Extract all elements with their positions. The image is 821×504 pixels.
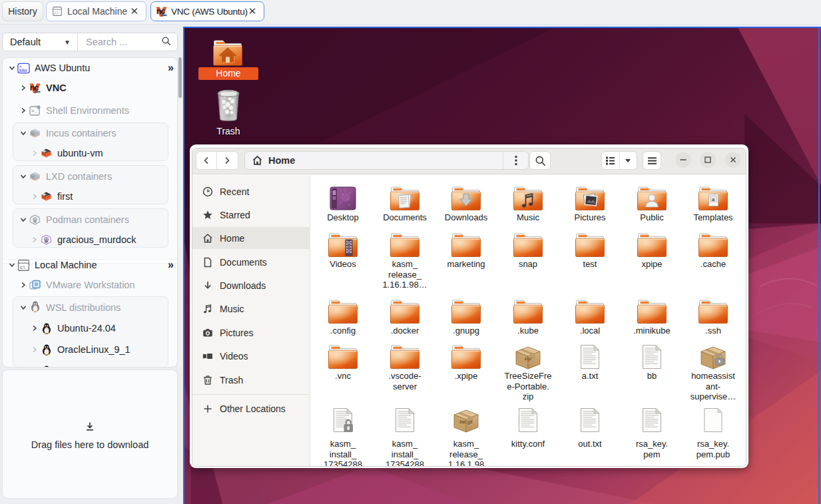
svg-text:nc: nc: [30, 83, 39, 93]
svg-text:nc: nc: [156, 7, 166, 16]
svg-text:SSH: SSH: [19, 68, 27, 72]
svg-text:a: a: [712, 196, 715, 202]
svg-text:c:\: c:\: [55, 11, 59, 15]
svg-text:c:\: c:\: [20, 264, 25, 270]
svg-text:tar.gz: tar.gz: [459, 419, 473, 425]
svg-text:zip: zip: [525, 356, 532, 362]
svg-text:>_: >_: [31, 109, 37, 114]
